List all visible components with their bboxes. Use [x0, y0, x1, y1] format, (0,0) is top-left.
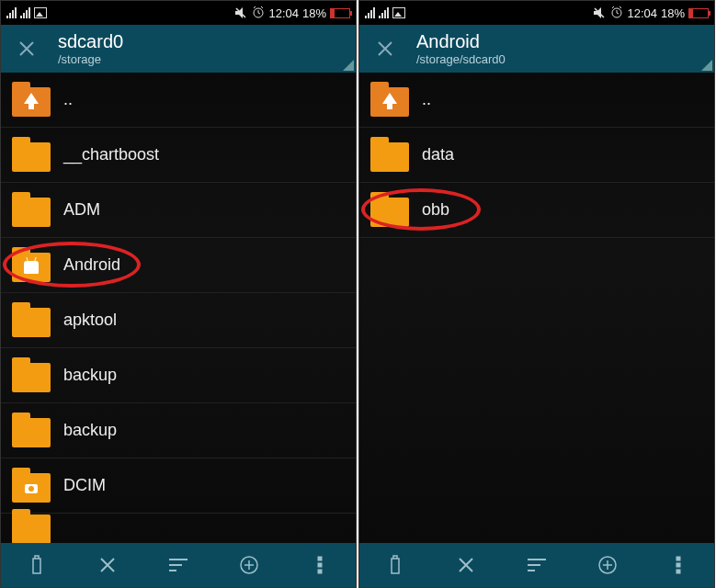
header-path: /storage	[58, 52, 348, 67]
app-header: sdcard0 /storage	[1, 25, 356, 73]
folder-icon	[12, 418, 51, 447]
cancel-button[interactable]	[80, 543, 135, 587]
status-left	[6, 7, 47, 18]
cancel-button[interactable]	[438, 543, 494, 587]
list-item[interactable]: __chartboost	[1, 128, 356, 183]
status-left	[365, 7, 405, 18]
status-right: 12:04 18%	[233, 6, 350, 21]
list-item[interactable]: data	[359, 128, 714, 183]
svg-rect-13	[676, 570, 680, 573]
file-name: data	[422, 145, 454, 164]
file-name: ..	[422, 90, 431, 109]
folder-icon	[12, 198, 51, 227]
app-header: Android /storage/sdcard0	[359, 25, 714, 73]
dropdown-indicator-icon[interactable]	[343, 60, 354, 71]
signal-icon	[365, 7, 375, 18]
folder-up-icon	[370, 87, 409, 117]
folder-icon	[12, 514, 51, 543]
close-button[interactable]	[363, 27, 407, 71]
svg-rect-5	[318, 563, 322, 567]
battery-icon	[688, 8, 709, 18]
status-right: 12:04 18%	[592, 6, 709, 21]
header-title: sdcard0	[58, 30, 348, 52]
bottom-toolbar	[1, 543, 356, 587]
file-list[interactable]: .. data obb	[359, 73, 714, 543]
folder-icon	[12, 363, 51, 392]
signal-icon	[20, 7, 30, 18]
alarm-icon	[610, 6, 623, 21]
battery-icon	[330, 8, 350, 18]
svg-rect-6	[318, 570, 322, 573]
header-title-block[interactable]: sdcard0 /storage	[58, 30, 348, 67]
file-name: backup	[63, 421, 117, 440]
alarm-icon	[252, 6, 265, 21]
file-name: Android	[63, 255, 120, 275]
folder-android-icon	[12, 253, 51, 282]
close-button[interactable]	[5, 27, 49, 71]
file-name: ADM	[63, 200, 100, 220]
screen-right: 12:04 18% Android /storage/sdcard0 .. da…	[358, 0, 715, 588]
add-button[interactable]	[222, 543, 277, 587]
folder-icon	[12, 308, 51, 337]
dropdown-indicator-icon[interactable]	[701, 60, 712, 71]
file-name: backup	[63, 366, 117, 385]
paste-button[interactable]	[368, 543, 423, 587]
bottom-toolbar	[359, 543, 714, 587]
folder-icon	[370, 142, 409, 172]
list-item[interactable]: apktool	[1, 293, 356, 348]
folder-icon	[370, 198, 409, 227]
battery-percent: 18%	[302, 6, 326, 20]
sort-button[interactable]	[509, 543, 564, 587]
signal-icon	[379, 7, 389, 18]
status-bar: 12:04 18%	[1, 1, 356, 25]
add-button[interactable]	[580, 543, 635, 587]
file-name: apktool	[63, 311, 117, 330]
battery-percent: 18%	[661, 6, 685, 20]
vibrate-mute-icon	[233, 6, 248, 19]
list-item[interactable]: ADM	[1, 183, 356, 238]
file-name: __chartboost	[63, 145, 159, 164]
menu-button[interactable]	[651, 543, 706, 587]
header-path: /storage/sdcard0	[416, 52, 707, 67]
svg-rect-2	[33, 559, 40, 573]
file-name: obb	[422, 200, 449, 220]
svg-rect-11	[676, 557, 680, 560]
header-title-block[interactable]: Android /storage/sdcard0	[416, 30, 707, 67]
svg-rect-4	[318, 557, 322, 560]
paste-button[interactable]	[9, 543, 64, 587]
file-list[interactable]: .. __chartboost ADM Android apktool back…	[1, 73, 356, 543]
status-time: 12:04	[627, 6, 657, 20]
file-name: DCIM	[63, 476, 106, 495]
signal-icon	[6, 7, 17, 18]
menu-button[interactable]	[292, 543, 347, 587]
file-name: ..	[63, 90, 73, 109]
list-item[interactable]: ..	[1, 73, 356, 128]
folder-camera-icon	[12, 473, 51, 503]
svg-rect-12	[676, 563, 680, 567]
header-title: Android	[416, 30, 707, 52]
screen-left: 12:04 18% sdcard0 /storage .. __chartboo…	[0, 0, 357, 588]
list-item[interactable]: backup	[1, 348, 356, 403]
list-item[interactable]: obb	[359, 183, 714, 238]
picture-icon	[34, 7, 47, 18]
folder-up-icon	[12, 87, 51, 117]
status-time: 12:04	[268, 6, 299, 20]
sort-button[interactable]	[151, 543, 206, 587]
list-item[interactable]: Android	[1, 238, 356, 293]
status-bar: 12:04 18%	[359, 1, 714, 25]
list-item[interactable]: DCIM	[1, 458, 356, 514]
vibrate-mute-icon	[592, 6, 607, 19]
list-item[interactable]: backup	[1, 403, 356, 458]
picture-icon	[392, 7, 405, 18]
list-item[interactable]: ..	[359, 73, 714, 128]
svg-rect-9	[392, 559, 399, 573]
list-item-partial[interactable]	[1, 514, 356, 541]
folder-icon	[12, 142, 51, 172]
